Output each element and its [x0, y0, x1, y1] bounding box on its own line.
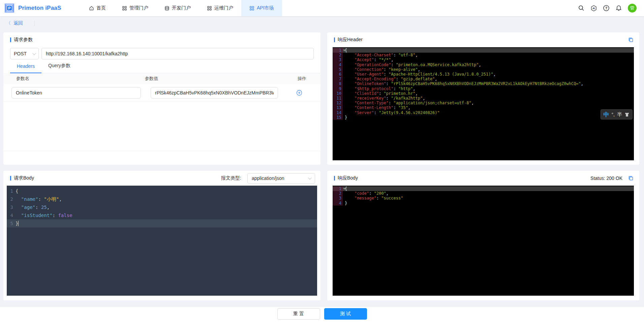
fold-arrow-icon — [343, 50, 346, 51]
code-line: 2 "name": "小明", — [7, 195, 317, 203]
param-table-header: 参数名 参数值 操作 — [3, 73, 320, 84]
request-params-title: 请求参数 — [14, 37, 33, 43]
code-line: 3 "age": 25, — [7, 203, 317, 211]
code-line: 13 "Content-Length": "35", — [333, 105, 634, 110]
code-line: 1{ — [333, 186, 634, 191]
code-line: 11 "receiverKey": "/kafka2http", — [333, 96, 634, 101]
code-line: 4 "OperationCode": "primeton.oa.MQServic… — [333, 62, 634, 67]
svg-text:?: ? — [605, 6, 607, 10]
code-line: 9 "$http_protocol": "http", — [333, 86, 634, 91]
code-line: 3 "Accept": "*/*", — [333, 57, 634, 62]
code-line: 2 "Accept-Charset": "utf-8", — [333, 53, 634, 57]
copy-icon[interactable] — [628, 37, 634, 43]
content-type-select[interactable]: application/json — [247, 173, 315, 184]
ime-punctuation-mode: °, — [612, 112, 615, 117]
code-line: 10 "ClientId": "primeton.hr", — [333, 91, 634, 96]
brand[interactable]: P Primeton iPaaS — [0, 3, 81, 14]
nav-item-4[interactable]: API市场 — [241, 0, 282, 16]
code-line: 1{ — [333, 48, 634, 53]
code-line: 6 "User-Agent": "Apache-HttpClient/4.5.1… — [333, 72, 634, 77]
code-line: 2 "code": "200", — [333, 191, 634, 196]
param-tabs: HeadersQuery参数 — [10, 59, 320, 73]
nav-item-1[interactable]: 管理门户 — [114, 0, 156, 16]
grid-nodes-icon — [207, 6, 212, 11]
back-button[interactable]: 〈 返回 — [6, 20, 23, 26]
response-header-panel: 响应Header 1{2 "Accept-Charset": "utf-8",3… — [327, 32, 639, 165]
title-marker — [334, 176, 335, 181]
code-line: 8 "OnlineToken": "rPlSk46zpCBaH5vPK68hq5… — [333, 81, 634, 86]
code-line: 14 "Server": "Jetty(9.4.56.v20240826)" — [333, 110, 634, 115]
nav-item-label: 运维门户 — [214, 5, 233, 11]
response-header-title: 响应Header — [338, 37, 363, 43]
param-row — [3, 84, 320, 102]
method-value: POST — [14, 51, 30, 56]
request-body-panel: 请求Body 报文类型: application/json 1{2 "name"… — [3, 171, 320, 300]
nav-item-label: 首页 — [96, 5, 106, 11]
content-type-value: application/json — [252, 176, 308, 181]
title-marker — [334, 37, 335, 42]
primeton-logo-icon: P — [4, 3, 15, 14]
param-name-input[interactable] — [11, 87, 141, 99]
code-line: 4 "isStudent": false — [7, 211, 317, 219]
nav-item-label: API市场 — [257, 5, 274, 11]
ai-assistant-icon[interactable]: AI — [590, 5, 597, 11]
col-name-header: 参数名 — [3, 76, 145, 82]
code-line: 3 "message": "success" — [333, 196, 634, 200]
code-line: 4} — [333, 201, 634, 206]
code-line: 1{ — [7, 187, 317, 195]
param-value-input[interactable] — [151, 87, 278, 99]
code-line: 5 "Connection": "keep-alive", — [333, 67, 634, 72]
col-value-header: 参数值 — [145, 76, 283, 82]
search-icon[interactable] — [578, 5, 585, 11]
code-line: 5} — [7, 219, 317, 227]
request-body-title: 请求Body — [14, 175, 34, 181]
copy-icon[interactable] — [628, 175, 634, 181]
test-button[interactable]: 测 试 — [324, 308, 367, 320]
nav-right-tools: AI ? 管 — [578, 4, 644, 12]
nav-item-2[interactable]: 开发门户 — [156, 0, 199, 16]
notification-bell-icon[interactable] — [615, 5, 622, 11]
url-input[interactable] — [41, 48, 314, 59]
chevron-down-icon — [308, 176, 312, 180]
response-body-editor[interactable]: 1{2 "code": "200",3 "message": "success"… — [333, 186, 634, 296]
title-marker — [10, 176, 11, 181]
request-body-editor[interactable]: 1{2 "name": "小明",3 "age": 25,4 "isStuden… — [7, 186, 317, 296]
response-body-title: 响应Body — [338, 175, 358, 181]
ime-language-mode: 中 — [604, 112, 609, 117]
chevron-down-icon — [32, 51, 36, 55]
text-cursor — [18, 221, 19, 226]
response-body-panel: 响应Body Status: 200 OK 1{2 "code": "200",… — [327, 171, 639, 300]
chevron-left-icon: 〈 — [6, 20, 11, 26]
nav-item-label: 管理门户 — [129, 5, 148, 11]
ime-skin-icon — [624, 112, 630, 117]
footer-bar: 重 置 测 试 — [0, 306, 644, 323]
breadcrumb: 〈 返回 — [0, 16, 35, 30]
tab-headers[interactable]: Headers — [10, 63, 41, 73]
page-root: P Primeton iPaaS 首页管理门户开发门户运维门户API市场 AI … — [0, 0, 644, 323]
divider — [3, 151, 320, 151]
nav-item-0[interactable]: 首页 — [81, 0, 114, 16]
nav-item-3[interactable]: 运维门户 — [199, 0, 241, 16]
layers-icon — [164, 6, 170, 11]
nav-items: 首页管理门户开发门户运维门户API市场 — [81, 0, 282, 16]
grid-nodes-icon — [249, 6, 254, 11]
back-label: 返回 — [13, 20, 23, 26]
content-type-label: 报文类型: — [221, 175, 241, 181]
tab-query-[interactable]: Query参数 — [41, 63, 77, 73]
status-badge: Status: 200 OK — [590, 176, 622, 181]
method-select[interactable]: POST — [10, 48, 39, 59]
help-icon[interactable]: ? — [603, 5, 610, 11]
divider — [34, 21, 35, 26]
fold-arrow-icon — [343, 188, 346, 190]
top-navbar: P Primeton iPaaS 首页管理门户开发门户运维门户API市场 AI … — [0, 0, 644, 16]
title-marker — [10, 37, 11, 42]
code-line: 15} — [333, 115, 634, 120]
col-op-header: 操作 — [283, 76, 320, 82]
ime-width-mode: 半 — [617, 111, 622, 118]
reset-button[interactable]: 重 置 — [277, 308, 320, 320]
ime-status-bar[interactable]: 中 °, 半 — [601, 109, 633, 119]
response-header-editor[interactable]: 1{2 "Accept-Charset": "utf-8",3 "Accept"… — [333, 47, 634, 160]
user-avatar[interactable]: 管 — [628, 4, 637, 12]
add-param-icon[interactable] — [296, 90, 302, 96]
param-rows — [3, 84, 320, 102]
